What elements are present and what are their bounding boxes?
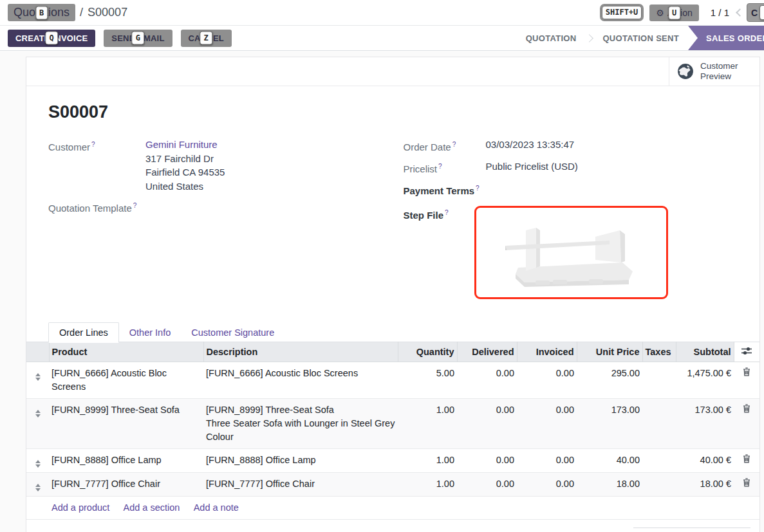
handle-column-header xyxy=(26,342,49,362)
customer-preview-label: Customer Preview xyxy=(700,61,745,82)
sheet-button-strip: Customer Preview xyxy=(26,57,759,86)
column-invoiced: Invoiced xyxy=(517,342,577,362)
field-column-right: Order Date? 03/03/2023 13:35:47 Pricelis… xyxy=(404,138,760,305)
customer-address-line1: 317 Fairchild Dr xyxy=(145,153,214,164)
pager-previous-icon[interactable] xyxy=(736,8,744,17)
drag-handle-icon[interactable] xyxy=(26,362,49,399)
cell-quantity[interactable]: 5.00 xyxy=(398,362,457,399)
customer-link[interactable]: Gemini Furniture xyxy=(145,139,218,150)
breadcrumb-quotations[interactable]: Quotations B xyxy=(8,4,75,21)
cell-delivered[interactable]: 0.00 xyxy=(457,473,517,497)
status-step-quotation-sent[interactable]: QUOTATION SENT xyxy=(600,33,682,43)
pricelist-value[interactable]: Public Pricelist (USD) xyxy=(486,160,578,176)
globe-icon xyxy=(677,63,694,80)
optional-columns-icon[interactable] xyxy=(741,347,752,355)
field-order-date: Order Date? 03/03/2023 13:35:47 xyxy=(404,138,760,154)
customer-value: Gemini Furniture 317 Fairchild Dr Fairfi… xyxy=(145,138,225,193)
cell-invoiced[interactable]: 0.00 xyxy=(517,399,577,449)
cell-unit-price[interactable]: 18.00 xyxy=(577,473,642,497)
delete-row-icon[interactable] xyxy=(734,449,759,473)
cell-quantity[interactable]: 1.00 xyxy=(398,399,457,449)
pager-count: 1 / 1 xyxy=(711,7,729,18)
hint-action: U xyxy=(668,6,680,19)
step-file-image[interactable] xyxy=(474,206,668,299)
create-invoice-button[interactable]: CREATE INVOICE Q xyxy=(8,30,95,47)
hint-send-email: G xyxy=(132,32,144,45)
help-icon: ? xyxy=(91,141,95,148)
cell-subtotal: 1,475.00 € xyxy=(676,362,734,399)
table-footer-links: Add a product Add a section Add a note xyxy=(26,497,759,520)
form-view: Customer Preview S00007 Customer? Gemini… xyxy=(0,51,764,532)
cell-invoiced[interactable]: 0.00 xyxy=(517,473,577,497)
header-controls: SHIFT+U ⚙ Action U 1 / 1 xyxy=(600,5,756,21)
hint-shift-action: SHIFT+U xyxy=(602,6,642,19)
breadcrumb-separator: / xyxy=(80,6,83,19)
cell-product[interactable]: [FURN_8888] Office Lamp xyxy=(49,449,203,473)
column-subtotal: Subtotal xyxy=(676,342,734,362)
cell-unit-price[interactable]: 295.00 xyxy=(577,362,642,399)
delete-row-icon[interactable] xyxy=(734,399,759,449)
order-date-value[interactable]: 03/03/2023 13:35:47 xyxy=(486,138,575,154)
tab-order-lines[interactable]: Order Lines xyxy=(48,322,119,343)
help-icon: ? xyxy=(476,185,480,192)
cell-taxes[interactable] xyxy=(642,399,676,449)
corner-button[interactable]: C xyxy=(747,3,764,22)
cell-description[interactable]: [FURN_7777] Office Chair xyxy=(203,473,398,497)
control-panel: CREATE INVOICE Q SEND EMAIL G CANCEL Z Q… xyxy=(0,26,764,51)
cell-product[interactable]: [FURN_8999] Three-Seat Sofa xyxy=(49,399,203,449)
cell-delivered[interactable]: 0.00 xyxy=(457,449,517,473)
field-grid: Customer? Gemini Furniture 317 Fairchild… xyxy=(48,138,759,305)
column-taxes: Taxes xyxy=(642,342,676,362)
cell-unit-price[interactable]: 40.00 xyxy=(577,449,642,473)
help-icon: ? xyxy=(452,141,456,148)
cancel-button[interactable]: CANCEL Z xyxy=(181,30,232,47)
hint-corner xyxy=(759,5,764,20)
send-email-button[interactable]: SEND EMAIL G xyxy=(104,30,172,47)
cell-taxes[interactable] xyxy=(642,449,676,473)
cell-invoiced[interactable]: 0.00 xyxy=(517,449,577,473)
page-title: S00007 xyxy=(48,102,759,122)
status-step-sales-order[interactable]: SALES ORDER xyxy=(688,26,764,50)
cell-description[interactable]: [FURN_6666] Acoustic Bloc Screens xyxy=(203,362,398,399)
cell-quantity[interactable]: 1.00 xyxy=(398,449,457,473)
delete-row-icon[interactable] xyxy=(734,362,759,399)
cell-quantity[interactable]: 1.00 xyxy=(398,473,457,497)
cell-product[interactable]: [FURN_7777] Office Chair xyxy=(49,473,203,497)
help-icon: ? xyxy=(438,163,442,170)
add-product-link[interactable]: Add a product xyxy=(51,502,109,513)
cell-description[interactable]: [FURN_8999] Three-Seat Sofa Three Seater… xyxy=(203,399,398,449)
cell-delivered[interactable]: 0.00 xyxy=(457,399,517,449)
hint-cancel: Z xyxy=(200,32,212,45)
action-buttons: CREATE INVOICE Q SEND EMAIL G CANCEL Z xyxy=(8,26,232,50)
cell-unit-price[interactable]: 173.00 xyxy=(577,399,642,449)
cell-subtotal: 40.00 € xyxy=(676,449,734,473)
action-menu-button[interactable]: ⚙ Action U xyxy=(649,5,698,21)
cell-delivered[interactable]: 0.00 xyxy=(457,362,517,399)
table-row: [FURN_8999] Three-Seat Sofa [FURN_8999] … xyxy=(26,399,759,449)
cell-taxes[interactable] xyxy=(642,473,676,497)
hint-breadcrumb: B xyxy=(35,6,48,19)
order-lines-table: Product Description Quantity Delivered I… xyxy=(26,342,759,520)
add-note-link[interactable]: Add a note xyxy=(194,502,239,513)
tab-customer-signature[interactable]: Customer Signature xyxy=(181,323,284,342)
breadcrumb: Quotations B / S00007 xyxy=(8,4,127,21)
cell-taxes[interactable] xyxy=(642,362,676,399)
customer-preview-button[interactable]: Customer Preview xyxy=(669,57,759,86)
drag-handle-icon[interactable] xyxy=(26,473,49,497)
cell-product[interactable]: [FURN_6666] Acoustic Bloc Screens xyxy=(49,362,203,399)
field-payment-terms: Payment Terms? xyxy=(404,181,760,197)
cell-description[interactable]: [FURN_8888] Office Lamp xyxy=(203,449,398,473)
column-unit-price: Unit Price xyxy=(577,342,642,362)
add-section-link[interactable]: Add a section xyxy=(124,502,180,513)
delete-row-icon[interactable] xyxy=(734,473,759,497)
chevron-right-icon xyxy=(586,34,594,42)
form-sheet: Customer Preview S00007 Customer? Gemini… xyxy=(26,57,760,532)
cell-invoiced[interactable]: 0.00 xyxy=(517,362,577,399)
table-header-row: Product Description Quantity Delivered I… xyxy=(26,342,759,362)
drag-handle-icon[interactable] xyxy=(26,399,49,449)
drag-handle-icon[interactable] xyxy=(26,449,49,473)
sheet-footer: Terms and conditions... Total: 1,706.00 … xyxy=(26,520,759,532)
status-step-quotation[interactable]: QUOTATION xyxy=(523,33,579,43)
tab-other-info[interactable]: Other Info xyxy=(119,323,181,342)
step-file-label: Step File? xyxy=(404,206,486,299)
